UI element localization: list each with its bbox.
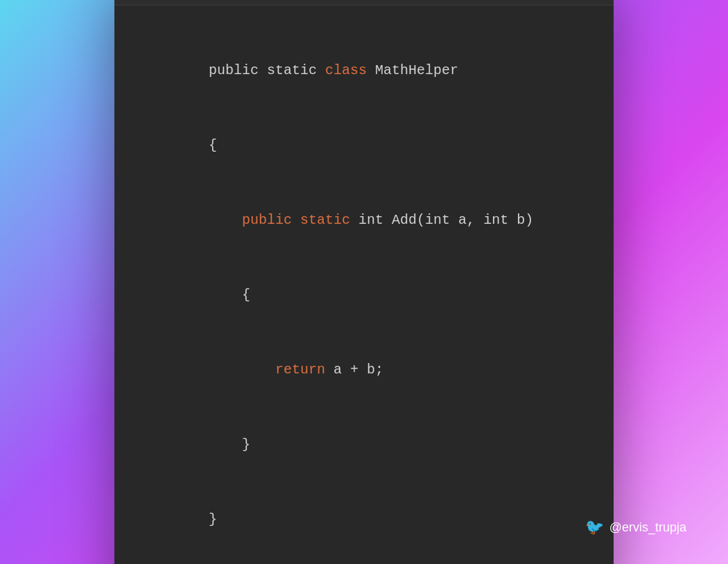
code-brace-close-outer: } bbox=[209, 511, 217, 527]
editor-window: public static class MathHelper { public … bbox=[114, 0, 614, 564]
code-return-keyword: return bbox=[209, 362, 325, 378]
code-line-2: { bbox=[142, 108, 586, 183]
code-line-6: } bbox=[142, 407, 586, 482]
code-int-1: int bbox=[358, 212, 383, 228]
code-int-2: int bbox=[425, 212, 450, 228]
code-editor: public static class MathHelper { public … bbox=[114, 6, 614, 565]
code-line-1: public static class MathHelper bbox=[142, 33, 586, 108]
code-line-4: { bbox=[142, 258, 586, 333]
code-brace-close-inner: } bbox=[209, 437, 250, 452]
code-classname: MathHelper bbox=[367, 62, 458, 78]
code-brace-open-inner: { bbox=[209, 287, 250, 303]
code-return-expression: a + b; bbox=[325, 362, 383, 378]
twitter-handle: @ervis_trupja bbox=[609, 520, 686, 535]
code-public-static-1: public static bbox=[209, 62, 325, 78]
code-param-b: b) bbox=[508, 212, 533, 228]
title-bar bbox=[114, 0, 614, 6]
page-background: public static class MathHelper { public … bbox=[0, 0, 728, 564]
code-int-3: int bbox=[483, 212, 508, 228]
code-class-keyword: class bbox=[325, 62, 367, 78]
code-line-7: } bbox=[142, 482, 586, 557]
code-line-5: return a + b; bbox=[142, 333, 586, 407]
twitter-icon: 🐦 bbox=[585, 518, 604, 536]
code-public-static-2: public static bbox=[209, 212, 358, 228]
code-add-method: Add( bbox=[383, 212, 425, 228]
code-line-3: public static int Add(int a, int b) bbox=[142, 183, 586, 258]
twitter-credit: 🐦 @ervis_trupja bbox=[585, 518, 686, 536]
code-brace-open-outer: { bbox=[209, 137, 217, 153]
code-param-a: a, bbox=[450, 212, 483, 228]
